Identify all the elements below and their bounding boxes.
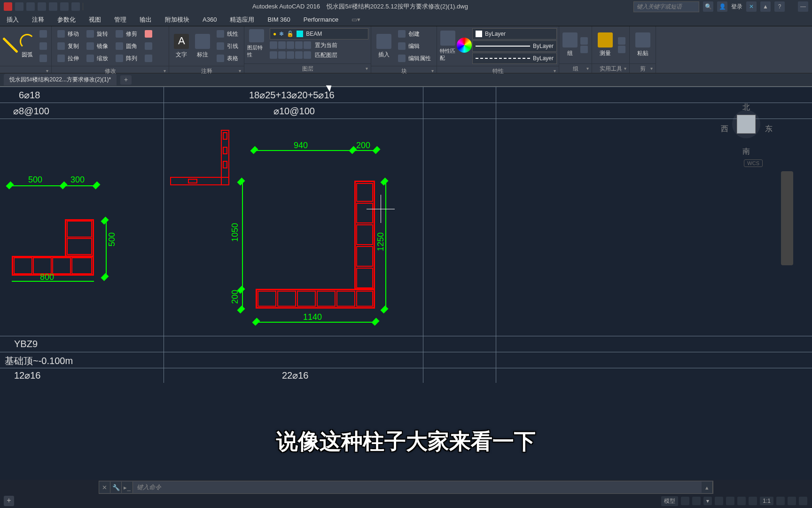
new-tab-button[interactable]: + — [120, 75, 132, 85]
file-tab-active[interactable]: 悦水园5#楼结构2022...方要求修改(2)(1)* — [4, 74, 117, 86]
panel-label-modify[interactable]: 修改 — [52, 66, 169, 75]
scale-button[interactable]: 缩放 — [85, 53, 110, 64]
measure-button[interactable]: 测量 — [595, 29, 615, 62]
model-button[interactable]: 模型 — [661, 496, 678, 506]
vc-west[interactable]: 西 — [721, 124, 728, 134]
arc-button[interactable]: 圆弧 — [20, 30, 35, 63]
dim-button[interactable]: 标注 — [193, 30, 212, 63]
text-button[interactable]: A文字 — [172, 30, 191, 63]
create-button[interactable]: 创建 — [396, 28, 433, 40]
tab-output[interactable]: 输出 — [133, 13, 158, 26]
layer-ico7[interactable] — [278, 51, 286, 59]
otrack-toggle[interactable] — [749, 497, 757, 505]
layer-selector[interactable]: ● ❄ 🔓 BEAM — [270, 28, 368, 40]
cmdline-close-icon[interactable]: ✕ — [99, 482, 110, 493]
print-icon[interactable] — [71, 2, 80, 11]
anno-toggle[interactable] — [776, 497, 785, 505]
tab-manage[interactable]: 管理 — [108, 13, 133, 26]
leader-button[interactable]: 引线 — [215, 40, 240, 52]
mod-extra2[interactable] — [143, 40, 154, 52]
grid-toggle[interactable] — [681, 497, 689, 505]
panel-label-clip[interactable]: 剪 — [630, 64, 656, 73]
linetype-selector[interactable]: ByLayer — [472, 53, 557, 64]
vc-north[interactable]: 北 — [742, 103, 750, 112]
autodesk-icon[interactable]: ▲ — [760, 1, 771, 12]
panel-label-group[interactable]: 组 — [559, 64, 592, 73]
util-ico2[interactable] — [618, 46, 625, 53]
panel-label-layers[interactable]: 图层 — [244, 64, 371, 73]
tab-performance[interactable]: Performance — [297, 13, 345, 26]
redo-icon[interactable] — [60, 2, 69, 11]
panel-label-block[interactable]: 块 — [371, 66, 437, 75]
ungroup-icon[interactable] — [580, 37, 588, 45]
panel-label-props[interactable]: 特性 — [437, 66, 559, 75]
ortho-toggle[interactable] — [715, 497, 723, 505]
minimize-icon[interactable]: — — [798, 1, 808, 12]
tab-featured[interactable]: 精选应用 — [223, 13, 261, 26]
tab-addins[interactable]: 附加模块 — [158, 13, 196, 26]
tab-a360[interactable]: A360 — [196, 13, 223, 26]
panel-label-util[interactable]: 实用工具 — [592, 64, 629, 73]
vc-south[interactable]: 南 — [742, 147, 750, 157]
rect-button[interactable] — [38, 53, 49, 64]
cmdline-expand-icon[interactable]: ▴ — [702, 482, 713, 493]
line-button[interactable] — [3, 30, 18, 63]
add-layout-button[interactable]: + — [4, 496, 14, 506]
viewcube[interactable]: 北 南 西 东 — [718, 96, 774, 152]
tab-extra-icon[interactable]: ▭▾ — [345, 13, 367, 26]
copy-button[interactable]: 复制 — [55, 40, 81, 52]
polar-toggle[interactable] — [726, 497, 734, 505]
layer-ico3[interactable] — [287, 41, 294, 49]
viewcube-face[interactable] — [737, 115, 756, 134]
makecurrent-button[interactable]: 置为当前 — [315, 41, 337, 49]
trim-button[interactable]: 修剪 — [114, 28, 139, 40]
color-selector[interactable]: ByLayer — [472, 28, 557, 40]
command-line[interactable]: ✕ 🔧 ▸_ 键入命令 ▴ — [99, 481, 713, 494]
matchlayer-button[interactable]: 匹配图层 — [315, 51, 337, 59]
matchprops-button[interactable]: 特性匹配 — [440, 30, 455, 63]
drawing-canvas[interactable]: 6⌀18 18⌀25+13⌀20+5⌀16 ⌀8@100 ⌀10@100 YBZ… — [0, 87, 812, 480]
layer-ico1[interactable] — [270, 41, 277, 49]
mirror-button[interactable]: 镜像 — [85, 40, 110, 52]
login-icon[interactable]: 👤 — [717, 1, 727, 12]
help-search-input[interactable]: 键入关键字或短语 — [633, 1, 699, 12]
layer-ico2[interactable] — [278, 41, 286, 49]
layer-ico5[interactable] — [304, 41, 311, 49]
polyline-button[interactable] — [38, 28, 49, 40]
osnap-toggle[interactable] — [737, 497, 746, 505]
layer-ico8[interactable] — [287, 51, 294, 59]
groupedit-icon[interactable] — [580, 46, 588, 53]
layer-ico4[interactable] — [295, 41, 303, 49]
app-menu-icon[interactable] — [4, 2, 12, 11]
cmdline-input[interactable]: 键入命令 — [133, 483, 702, 492]
panel-label-draw[interactable] — [0, 66, 51, 73]
layer-ico10[interactable] — [304, 51, 311, 59]
undo-icon[interactable] — [49, 2, 57, 11]
attr-button[interactable]: 编辑属性 — [396, 53, 433, 64]
navigation-bar[interactable] — [781, 171, 793, 265]
search-icon[interactable]: 🔍 — [703, 1, 713, 12]
tab-insert[interactable]: 插入 — [0, 13, 25, 26]
edit-button[interactable]: 编辑 — [396, 40, 433, 52]
array-button[interactable]: 阵列 — [114, 53, 139, 64]
move-button[interactable]: 移动 — [55, 28, 81, 40]
snap-toggle[interactable] — [692, 497, 701, 505]
mod-extra3[interactable] — [143, 53, 154, 64]
rotate-button[interactable]: 旋转 — [85, 28, 110, 40]
mod-extra1[interactable] — [143, 28, 154, 40]
layerprops-button[interactable]: 图层特性 — [247, 29, 266, 58]
clean-toggle[interactable] — [799, 497, 807, 505]
layer-ico9[interactable] — [295, 51, 303, 59]
tab-parametric[interactable]: 参数化 — [51, 13, 82, 26]
help-icon[interactable]: ? — [774, 1, 785, 12]
panel-label-annotate[interactable]: 注释 — [169, 66, 244, 75]
exchange-icon[interactable]: ✕ — [746, 1, 757, 12]
colorwheel-button[interactable] — [457, 30, 471, 63]
circle-button[interactable] — [38, 40, 49, 52]
tab-bim360[interactable]: BIM 360 — [261, 13, 297, 26]
layer-ico6[interactable] — [270, 51, 277, 59]
login-label[interactable]: 登录 — [731, 3, 742, 11]
new-icon[interactable] — [15, 2, 23, 11]
linear-button[interactable]: 线性 — [215, 28, 240, 40]
save-icon[interactable] — [38, 2, 46, 11]
